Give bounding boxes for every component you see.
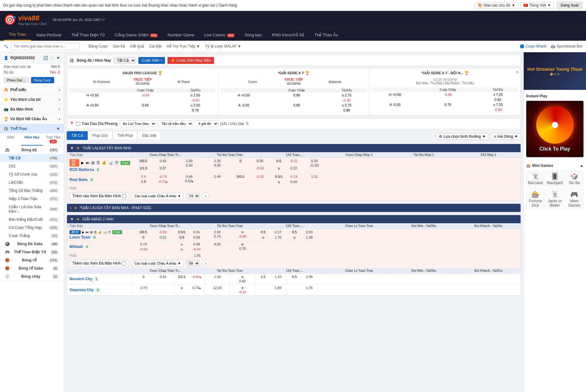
odds-val[interactable]: 0.99 xyxy=(190,242,204,246)
instant-play-banner[interactable]: Click To Play xyxy=(526,101,583,157)
odds-val[interactable]: o xyxy=(231,230,254,234)
nav-the-thao-ao[interactable]: Thể Thao Ảo xyxy=(309,29,343,40)
mini-game-baccarat[interactable]: 🃏 Baccarat xyxy=(526,170,544,187)
tat-ca-tran-select[interactable]: Tất cả trận đấu xyxy=(158,120,193,127)
lang-selector[interactable]: 🇻🇳 Tieng Viet ▼ xyxy=(521,2,554,8)
tab-the-phat[interactable]: Thẻ Phạt xyxy=(113,131,137,140)
odds-val[interactable]: u xyxy=(175,242,189,246)
odds-val[interactable]: 0.92 xyxy=(154,159,173,165)
odds-val[interactable]: 1.00 xyxy=(175,159,204,163)
search-input[interactable] xyxy=(11,43,80,50)
millwall-name[interactable]: Millwall xyxy=(69,245,83,249)
odds-cell[interactable]: -0.90 xyxy=(175,98,216,103)
nav-cong-game[interactable]: Cổng Game SABA MOI xyxy=(110,29,162,40)
odds-val[interactable]: -0.18 xyxy=(287,174,301,179)
odds-cell[interactable]: 0.78 xyxy=(175,108,216,113)
phieu-dat-button[interactable]: Phieu Dat ... xyxy=(4,77,29,83)
nav-saba-pingol[interactable]: Saba PinGoal xyxy=(31,29,66,40)
nav-song-bac[interactable]: Sòng bạc xyxy=(239,29,267,40)
odds-cell[interactable]: -0.96 xyxy=(478,107,518,112)
sidebar-item-1x2[interactable]: 1X2 (487) xyxy=(0,162,64,170)
odds-val[interactable]: 1.89 xyxy=(271,286,285,294)
mini-game-more[interactable]: 🎮 More Games xyxy=(565,188,583,210)
odds-val[interactable]: 4.65 xyxy=(206,242,229,246)
sidebar-item-tat-ca[interactable]: Tất Cả (735) xyxy=(0,154,64,162)
scroll-next-button[interactable]: › xyxy=(202,193,209,199)
odds-val[interactable]: 0.59 xyxy=(190,235,204,240)
nav-the-thao[interactable]: The Thao xyxy=(4,29,31,41)
odds-val[interactable]: 2.48 xyxy=(206,174,229,179)
odds-val[interactable]: 0/0.5 xyxy=(231,174,250,184)
tat-ca-select[interactable]: Tất Cả xyxy=(114,57,136,64)
odds-val[interactable]: 0.91 xyxy=(190,230,204,235)
odds-val[interactable]: 1.76 xyxy=(302,286,317,294)
them-vao-checkbox[interactable] xyxy=(122,194,126,198)
odds-val[interactable]: -0.74 xyxy=(154,174,173,179)
mini-game-sic-bo[interactable]: 🎲 Sic Bo xyxy=(565,170,583,187)
sportsbook-bot[interactable]: 🤖 Sportsbook Bot xyxy=(551,44,582,49)
count-select[interactable]: 74 xyxy=(186,193,200,199)
chevron-icon[interactable]: ▼ xyxy=(56,56,60,60)
list-icon[interactable]: ☰ xyxy=(96,161,100,165)
odds-val[interactable]: 0 xyxy=(134,235,153,240)
odds-val[interactable]: 2/2.5 xyxy=(175,275,189,283)
chart-icon2[interactable]: 📊 xyxy=(103,230,107,234)
them-vao-button2[interactable]: Thêm vào Xem Đa Màn Hình xyxy=(69,260,129,267)
sidebar-item-bong-ro-saba[interactable]: 🏀 Bóng rổ Saba (4) xyxy=(0,264,64,272)
odds-val[interactable]: 0.63▴ xyxy=(175,179,204,183)
subnav-ty-le[interactable]: Tỷ lệ cược MALAY ▼ xyxy=(205,44,241,49)
logout-button[interactable]: Dang Xuat xyxy=(556,1,583,9)
odds-val[interactable]: 1.70 xyxy=(271,235,285,240)
hoa-val[interactable]: 1.91 xyxy=(194,254,201,257)
sidebar-item-bong-da[interactable]: ⚽ Bóng đá (787) xyxy=(0,146,64,154)
odds-val[interactable]: 0.73 xyxy=(206,234,229,239)
odds-cell[interactable]: -0.96 xyxy=(326,98,367,103)
odds-val[interactable]: -0.81 xyxy=(154,230,173,235)
swansea-name[interactable]: Swansea City xyxy=(69,288,94,292)
cuoc-xien-button[interactable]: Cược Xiên› xyxy=(138,57,165,64)
odds-val[interactable]: 0.81 xyxy=(154,275,173,283)
odds-val[interactable]: 0.5/1 xyxy=(175,230,189,235)
subnav-ho-tro[interactable]: Hỗ Trợ Trực Tiếp ▼ xyxy=(167,44,200,49)
sidebar-item-hiep1[interactable]: Hiệp 1/Toàn Trận (372) xyxy=(0,195,64,203)
odds-val[interactable]: 0 xyxy=(134,275,153,283)
odds-val[interactable]: 6.30 xyxy=(303,159,326,163)
subnav-cai-dat[interactable]: Cài Đặt xyxy=(149,44,162,49)
tran-dia-phuong-checkbox[interactable] xyxy=(76,122,80,126)
collapse-mini-icon[interactable]: ▲ xyxy=(580,163,583,168)
odds-val[interactable] xyxy=(154,286,173,294)
odds-val[interactable]: -0.84▴ xyxy=(190,275,204,283)
odds-val[interactable]: 0.97 xyxy=(154,166,173,173)
norwich-name[interactable]: Norwich City xyxy=(69,277,92,281)
grid-icon[interactable]: ⊞ xyxy=(91,161,95,165)
nav-the-thao-dt[interactable]: Thể Thao Điện Tử xyxy=(66,29,110,40)
star-button2[interactable]: ★ xyxy=(74,206,77,210)
odds-val[interactable]: 0.82 xyxy=(231,279,254,283)
odds-val[interactable]: 0.22 xyxy=(287,166,301,173)
clock-icon[interactable]: ⏱ xyxy=(115,161,119,165)
odds-val[interactable]: 0.5 xyxy=(256,230,270,235)
odds-val[interactable]: -0.73▴ xyxy=(154,179,173,184)
odds-val[interactable]: e xyxy=(231,242,254,246)
more-icon[interactable]: ⏭ xyxy=(86,161,90,165)
odds-val[interactable]: 0.93 xyxy=(175,163,204,168)
odds-val[interactable]: u xyxy=(287,235,302,240)
da-man-hinh-header[interactable]: 📺 Đa Màn Hình › xyxy=(0,105,64,114)
message-icon[interactable]: ✉️ xyxy=(50,56,54,60)
list-icon2[interactable]: ☰ xyxy=(94,230,97,234)
odds-val[interactable]: -0.69 xyxy=(190,247,204,251)
odds-cell[interactable]: 0.84 xyxy=(116,103,175,108)
odds-val[interactable]: 11.00 xyxy=(303,163,326,168)
sidebar-item-ty-so[interactable]: Tỷ Số Chính Xác (422) xyxy=(0,170,64,178)
odds-val[interactable]: 2.08 xyxy=(302,275,317,283)
odds-val[interactable]: 0/0.5 xyxy=(134,230,153,235)
subnav-bang-cuoc[interactable]: Bảng Cược xyxy=(89,44,108,49)
odds-val[interactable]: u xyxy=(175,286,189,294)
nav-rng[interactable]: RNG Keno/Xổ Số xyxy=(267,29,309,40)
scroll-next-button2[interactable]: › xyxy=(202,260,209,267)
tab-hom-nay[interactable]: Hôm Nay xyxy=(21,133,43,146)
odds-val[interactable]: 0.5 xyxy=(175,235,189,240)
odds-cell[interactable]: 0.76 xyxy=(418,102,478,107)
odds-val[interactable] xyxy=(154,247,173,251)
odds-val[interactable]: 1.5 xyxy=(134,179,153,184)
